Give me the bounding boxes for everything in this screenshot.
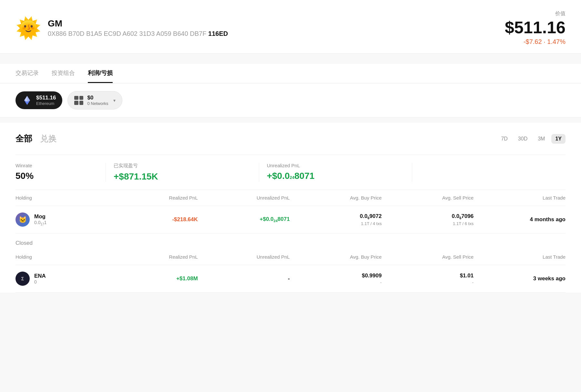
closed-col-avg-buy: Avg. Buy Price (290, 254, 382, 260)
address-prefix: 0X886 (48, 30, 66, 37)
tab-portfolio[interactable]: 投资组合 (52, 64, 75, 83)
table-row: 🐱 Mog 0.0171 -$218.64K +$0.0248071 0.069… (15, 206, 566, 233)
time-filters: 7D 30D 3M 1Y (497, 134, 566, 144)
ena-avg-buy: $0.9909 - (290, 273, 382, 285)
other-networks-name: 0 Networks (87, 101, 108, 106)
mog-avg-sell-detail: 1.1T / 6 txs (382, 221, 474, 226)
header: 🌞 GM 0X886 B70D B1A5 EC9D A602 31D3 A059… (0, 0, 581, 54)
other-networks-amount: $0 (87, 95, 108, 101)
header-right: 价值 $511.16 -$7.62 · 1.47% (505, 10, 566, 46)
realized-value: +$871.15K (114, 171, 251, 182)
ena-last-trade: 3 weeks ago (474, 275, 566, 282)
tab-transactions[interactable]: 交易记录 (15, 64, 39, 83)
ena-avg-sell-price: $1.01 (382, 273, 474, 279)
header-left: 🌞 GM 0X886 B70D B1A5 EC9D A602 31D3 A059… (15, 18, 228, 38)
time-filter-7d[interactable]: 7D (497, 134, 511, 144)
stat-winrate: Winrate 50% (15, 163, 106, 182)
mog-last-trade: 4 months ago (474, 216, 566, 223)
mog-avatar: 🐱 (15, 212, 30, 227)
mog-unrealized-value: +$0.0248071 (198, 216, 290, 223)
stat-unrealized: Unrealized PnL +$0.0248071 (259, 163, 413, 182)
stat-empty (412, 163, 566, 182)
ena-unrealized-value: - (198, 275, 290, 282)
ena-balance: 0 (34, 279, 46, 284)
grid-cell-4 (79, 101, 84, 105)
mog-avg-buy-price: 0.069072 (290, 213, 382, 220)
chevron-down-icon: ▾ (113, 98, 116, 103)
ethereum-amount: $511.16 (36, 95, 56, 101)
col-unrealized: Unrealized PnL (198, 195, 290, 201)
closed-col-last-trade: Last Trade (474, 254, 566, 260)
closed-section-label: Closed (15, 240, 33, 246)
col-realized: Realized PnL (106, 195, 198, 201)
closed-section-label-row: Closed (15, 233, 566, 249)
other-networks-info: $0 0 Networks (87, 95, 108, 106)
mog-last-trade-value: 4 months ago (474, 216, 566, 223)
networks-section: $511.16 Ethereum $0 0 Networks ▾ (0, 83, 581, 118)
ena-avg-buy-detail: - (290, 280, 382, 285)
grid-cell-1 (74, 96, 78, 100)
ethereum-info: $511.16 Ethereum (36, 95, 56, 106)
greeting: GM (48, 18, 228, 29)
holding-table: Holding Realized PnL Unrealized PnL Avg.… (0, 190, 581, 293)
mog-name: Mog (34, 213, 46, 220)
winrate-label: Winrate (15, 163, 98, 168)
mog-unrealized: +$0.0248071 (198, 216, 290, 223)
ena-avg-buy-price: $0.9909 (290, 273, 382, 279)
tabs-section: 交易记录 投资组合 利润/亏损 (0, 64, 581, 83)
mog-holding-cell: 🐱 Mog 0.0171 (15, 212, 106, 227)
grid-cell-3 (74, 101, 78, 105)
ena-realized-value: +$1.08M (106, 275, 198, 282)
mog-avg-buy-detail: 1.1T / 4 txs (290, 221, 382, 226)
mog-realized: -$218.64K (106, 216, 198, 223)
col-avg-buy: Avg. Buy Price (290, 195, 382, 201)
time-filter-1y[interactable]: 1Y (551, 134, 566, 144)
grid-cell-2 (79, 96, 84, 100)
mog-avg-buy: 0.069072 1.1T / 4 txs (290, 213, 382, 226)
ethereum-icon (22, 95, 32, 106)
ena-name: ENA (34, 273, 46, 279)
address-middle: B70D B1A5 EC9D A602 31D3 A059 B640 DB7F (66, 30, 208, 37)
value-change: -$7.62 · 1.47% (505, 38, 566, 46)
address-bold: 116ED (208, 30, 228, 37)
ena-last-trade-value: 3 weeks ago (474, 275, 566, 282)
ena-holding-cell: Σ ENA 0 (15, 272, 106, 286)
closed-col-avg-sell: Avg. Sell Price (382, 254, 474, 260)
time-filter-3m[interactable]: 3M (534, 134, 549, 144)
ena-avg-sell-detail: - (382, 280, 474, 285)
mog-avg-sell-price: 0.067096 (382, 213, 474, 220)
col-avg-sell: Avg. Sell Price (382, 195, 474, 201)
closed-table-header: Holding Realized PnL Unrealized PnL Avg.… (15, 249, 566, 265)
mog-realized-value: -$218.64K (106, 216, 198, 223)
pnl-tab-all[interactable]: 全部 (15, 133, 32, 144)
ena-info: ENA 0 (34, 273, 46, 284)
mog-avg-sell: 0.067096 1.1T / 6 txs (382, 213, 474, 226)
mog-balance: 0.0171 (34, 220, 46, 226)
total-value: $511.16 (505, 18, 566, 37)
pnl-tabs: 全部 兑换 (15, 133, 57, 144)
closed-col-realized: Realized PnL (106, 254, 198, 260)
header-info: GM 0X886 B70D B1A5 EC9D A602 31D3 A059 B… (48, 18, 228, 37)
col-last-trade: Last Trade (474, 195, 566, 201)
mog-info: Mog 0.0171 (34, 213, 46, 226)
unrealized-value: +$0.0248071 (267, 171, 404, 181)
ethereum-network-pill[interactable]: $511.16 Ethereum (15, 91, 62, 109)
ethereum-name: Ethereum (36, 101, 56, 106)
ena-avatar: Σ (15, 272, 30, 286)
unrealized-label: Unrealized PnL (267, 163, 404, 168)
holding-table-header: Holding Realized PnL Unrealized PnL Avg.… (15, 190, 566, 206)
pnl-tab-swap[interactable]: 兑换 (40, 133, 57, 144)
grid-icon (74, 96, 83, 105)
tabs: 交易记录 投资组合 利润/亏损 (15, 64, 566, 83)
closed-col-unrealized: Unrealized PnL (198, 254, 290, 260)
svg-text:Σ: Σ (21, 276, 24, 281)
tab-pnl[interactable]: 利润/亏损 (88, 64, 113, 83)
closed-col-holding: Holding (15, 254, 106, 260)
time-filter-30d[interactable]: 30D (514, 134, 531, 144)
ena-avg-sell: $1.01 - (382, 273, 474, 285)
pnl-header-row: 全部 兑换 7D 30D 3M 1Y (15, 133, 566, 144)
pnl-section: 全部 兑换 7D 30D 3M 1Y Winrate 50% 已实现盈亏 +$8… (0, 123, 581, 190)
stats-row: Winrate 50% 已实现盈亏 +$871.15K Unrealized P… (15, 155, 566, 190)
other-networks-pill[interactable]: $0 0 Networks ▾ (67, 91, 122, 109)
stat-realized: 已实现盈亏 +$871.15K (106, 163, 259, 182)
